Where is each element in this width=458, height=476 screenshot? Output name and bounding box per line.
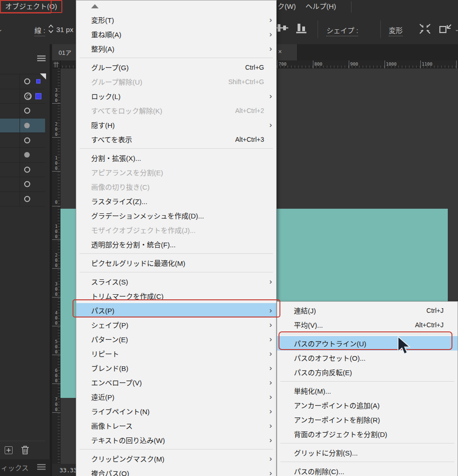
layer-target-icon[interactable]: [24, 123, 30, 128]
object-menu-item-35[interactable]: 複合パス(O)›: [76, 466, 276, 476]
menubar-window[interactable]: ク(W): [273, 0, 300, 13]
path-submenu-item-14[interactable]: パスの削除(C)...: [277, 464, 458, 476]
object-menu-item-21[interactable]: スライス(S)›: [76, 274, 276, 289]
path-submenu-item-12[interactable]: グリッドに分割(S)...: [277, 445, 458, 460]
shape-label[interactable]: シェイプ :: [326, 25, 358, 36]
layer-visibility-cell[interactable]: [0, 119, 20, 133]
layers-panel-row-5[interactable]: [0, 148, 45, 163]
object-menu-item-12[interactable]: アピアランスを分割(E): [76, 165, 276, 179]
object-menu-item-26[interactable]: リピート›: [76, 346, 276, 361]
stroke-width-value[interactable]: 31 px: [56, 26, 73, 33]
layer-target-icon[interactable]: [24, 181, 30, 187]
object-menu-item-34[interactable]: クリッピングマスク(M)›: [76, 451, 276, 466]
ruler-origin-box[interactable]: [52, 60, 60, 68]
layer-visibility-cell[interactable]: [0, 133, 20, 147]
layer-selection-indicator[interactable]: [36, 79, 40, 84]
object-menu-item-4[interactable]: グループ(G)Ctrl+G: [76, 60, 276, 74]
ruler-label: 500: [54, 339, 58, 355]
layer-target-icon[interactable]: [24, 196, 30, 202]
tab-close-icon[interactable]: ×: [276, 48, 284, 55]
chevron-down-icon[interactable]: ⌄: [0, 26, 2, 33]
object-menu-item-24[interactable]: シェイプ(P)›: [76, 317, 276, 332]
object-menu-item-2[interactable]: 整列(A)›: [76, 41, 276, 56]
layers-panel-row-0[interactable]: [0, 74, 45, 89]
pucker-arrows-icon[interactable]: [419, 23, 431, 34]
object-menu-item-19[interactable]: ピクセルグリッドに最適化(M): [76, 256, 276, 270]
layers-panel-row-8[interactable]: [0, 192, 45, 207]
object-menu-item-31[interactable]: 画像トレース›: [76, 418, 276, 433]
delete-button[interactable]: [20, 445, 30, 457]
object-menu-item-25[interactable]: パターン(E)›: [76, 332, 276, 346]
layer-selection-indicator[interactable]: [35, 93, 41, 99]
layer-visibility-cell[interactable]: [0, 163, 20, 177]
layer-target-icon[interactable]: [24, 79, 30, 85]
path-submenu-item-8[interactable]: アンカーポイントの追加(A): [277, 398, 458, 412]
layer-target-icon[interactable]: [24, 93, 32, 100]
menubar-object[interactable]: オブジェクト(O): [0, 0, 62, 13]
layer-target-icon[interactable]: [24, 108, 30, 114]
panel-menu-icon[interactable]: [37, 55, 46, 61]
menu-item-label: 複合パス(O): [91, 468, 264, 476]
object-menu-item-16[interactable]: モザイクオブジェクトを作成(J)...: [76, 223, 276, 237]
transform-label[interactable]: 変形: [389, 25, 403, 36]
object-menu-item-14[interactable]: ラスタライズ(Z)...: [76, 194, 276, 208]
object-menu-item-23[interactable]: パス(P)›: [76, 303, 276, 317]
path-submenu-item-7[interactable]: 単純化(M)...: [277, 383, 458, 398]
layer-visibility-cell[interactable]: [0, 148, 20, 162]
vertical-ruler[interactable]: 3002001000100200300400500600700: [52, 68, 60, 464]
object-menu-item-29[interactable]: 遠近(P)›: [76, 390, 276, 404]
object-menu-item-13[interactable]: 画像の切り抜き(C): [76, 179, 276, 194]
layer-target-icon[interactable]: [24, 152, 30, 158]
add-item-button[interactable]: [5, 446, 13, 454]
object-menu-item-1[interactable]: 重ね順(A)›: [76, 27, 276, 41]
object-menu-item-27[interactable]: ブレンド(B)›: [76, 361, 276, 375]
stroke-label[interactable]: 線 :: [34, 25, 45, 36]
distribute-center-icon[interactable]: [276, 22, 288, 34]
path-submenu-item-4[interactable]: パスのオフセット(O)...: [277, 350, 458, 365]
path-submenu-item-0[interactable]: 連結(J)Ctrl+J: [277, 303, 458, 317]
layers-panel-row-7[interactable]: [0, 177, 45, 192]
object-menu-item-6[interactable]: ロック(L)›: [76, 89, 276, 103]
object-menu-item-9[interactable]: すべてを表示Alt+Ctrl+3: [76, 132, 276, 146]
object-menu-item-7[interactable]: すべてをロック解除(K)Alt+Ctrl+2: [76, 103, 276, 118]
object-menu-item-8[interactable]: 隠す(H)›: [76, 118, 276, 132]
panel-menu-icon[interactable]: [37, 464, 46, 470]
layer-visibility-cell[interactable]: [0, 89, 20, 104]
menubar-help[interactable]: ヘルプ(H): [301, 0, 340, 13]
path-submenu-item-9[interactable]: アンカーポイントを削除(R): [277, 412, 458, 427]
object-menu-item-32[interactable]: テキストの回り込み(W)›: [76, 433, 276, 447]
layer-visibility-cell[interactable]: [0, 74, 20, 89]
layers-panel-row-6[interactable]: [0, 163, 45, 178]
ruler-label: 700: [54, 397, 58, 412]
path-submenu-item-5[interactable]: パスの方向反転(E): [277, 365, 458, 379]
artboard-arrow-icon[interactable]: [439, 23, 454, 34]
object-menu-item-30[interactable]: ライブペイント(N)›: [76, 404, 276, 418]
layer-target-icon[interactable]: [24, 137, 30, 143]
layers-panel-row-1[interactable]: [0, 89, 45, 104]
layer-target-icon[interactable]: [24, 166, 30, 172]
menu-item-label: アンカーポイントを削除(R): [294, 415, 444, 424]
layers-panel-row-4[interactable]: [0, 133, 45, 148]
menu-scroll-up-icon[interactable]: [76, 0, 276, 13]
layer-visibility-cell[interactable]: [0, 192, 20, 206]
object-menu-item-28[interactable]: エンベロープ(V)›: [76, 375, 276, 390]
object-menu-item-11[interactable]: 分割・拡張(X)...: [76, 151, 276, 165]
zoom-level[interactable]: 33.33: [60, 467, 77, 474]
ruler-major-tick: [52, 326, 60, 326]
object-menu-item-22[interactable]: トリムマークを作成(C): [76, 289, 276, 303]
align-bottom-icon[interactable]: [296, 22, 307, 34]
panel-tab-label[interactable]: ィックス: [1, 463, 29, 472]
object-menu-item-5[interactable]: グループ解除(U)Shift+Ctrl+G: [76, 74, 276, 89]
chevron-down-icon[interactable]: ⌄: [455, 26, 458, 33]
layers-panel-row-2[interactable]: [0, 104, 45, 119]
object-menu-item-0[interactable]: 変形(T)›: [76, 13, 276, 27]
path-submenu-item-1[interactable]: 平均(V)...Alt+Ctrl+J: [277, 317, 458, 332]
layer-visibility-cell[interactable]: [0, 177, 20, 192]
layer-visibility-cell[interactable]: [0, 104, 20, 118]
object-menu-item-15[interactable]: グラデーションメッシュを作成(D)...: [76, 208, 276, 223]
stepper-icon[interactable]: [48, 24, 54, 34]
path-submenu-item-10[interactable]: 背面のオブジェクトを分割(D): [277, 427, 458, 441]
object-menu-item-17[interactable]: 透明部分を分割・統合(F)...: [76, 237, 276, 251]
path-submenu-item-3[interactable]: パスのアウトライン(U): [277, 336, 458, 350]
layers-panel-row-3[interactable]: [0, 119, 45, 133]
